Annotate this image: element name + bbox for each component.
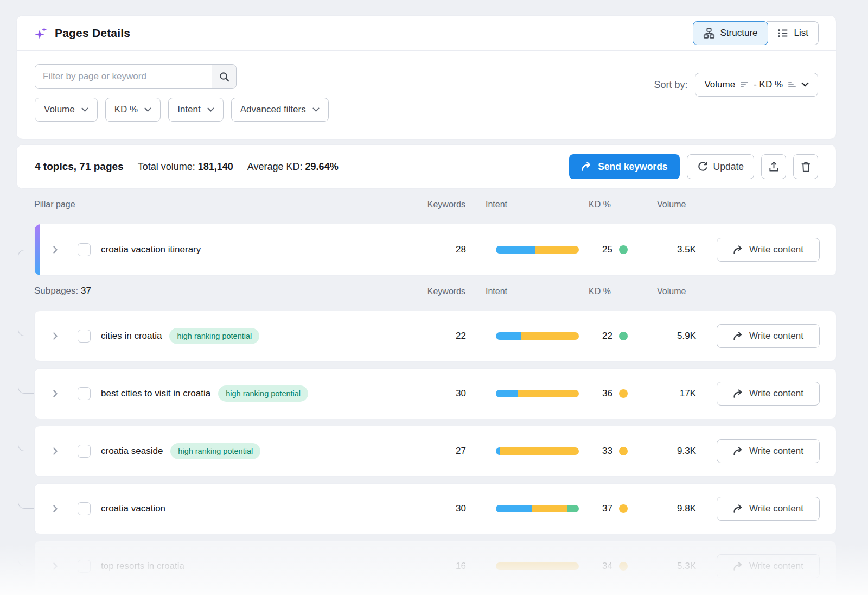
- sort-ascending-icon: [788, 81, 796, 88]
- volume-column-header: Volume: [657, 200, 686, 210]
- tree-connector: [18, 379, 34, 394]
- keywords-count: 30: [420, 388, 466, 399]
- kd-value: 36: [575, 388, 612, 399]
- summary-card: 4 topics, 71 pages Total volume: 181,140…: [16, 144, 837, 189]
- export-button[interactable]: [761, 154, 786, 179]
- subpage-row[interactable]: croatia seaside high ranking potential 2…: [34, 426, 837, 477]
- chevron-down-icon: [312, 107, 320, 112]
- subpage-row[interactable]: best cities to visit in croatia high ran…: [34, 368, 837, 419]
- intent-filter-dropdown[interactable]: Intent: [168, 98, 224, 122]
- tree-connector: [18, 322, 34, 336]
- chevron-down-icon: [801, 82, 809, 87]
- sort-group: Sort by: Volume - KD %: [654, 73, 818, 97]
- kd-filter-dropdown[interactable]: KD %: [105, 98, 161, 122]
- search-group: [35, 64, 237, 89]
- tree-connector: [18, 256, 19, 560]
- row-checkbox[interactable]: [78, 502, 91, 515]
- write-content-button[interactable]: Write content: [717, 324, 820, 348]
- page-title: Pages Details: [55, 27, 130, 40]
- structure-label: Structure: [720, 28, 758, 39]
- row-checkbox[interactable]: [78, 243, 91, 256]
- kd-column-header: KD %: [589, 200, 611, 210]
- chevron-down-icon: [207, 107, 214, 112]
- send-arrow-icon: [733, 389, 743, 398]
- row-checkbox[interactable]: [78, 387, 91, 400]
- write-content-label: Write content: [749, 503, 803, 514]
- expand-chevron-icon[interactable]: [51, 504, 60, 513]
- write-content-button[interactable]: Write content: [717, 497, 820, 521]
- subpages-count-value: 37: [81, 286, 91, 296]
- subpage-title: top resorts in croatia: [101, 561, 184, 572]
- write-content-label: Write content: [749, 446, 803, 457]
- sort-by-label: Sort by:: [654, 79, 687, 91]
- write-content-button[interactable]: Write content: [717, 554, 820, 578]
- send-arrow-icon: [733, 332, 743, 341]
- kd-status-dot: [619, 562, 628, 571]
- high-ranking-badge: high ranking potential: [170, 443, 260, 459]
- update-button[interactable]: Update: [687, 154, 754, 179]
- pages-details-screen: Pages Details Structure: [0, 0, 868, 595]
- volume-filter-dropdown[interactable]: Volume: [35, 98, 98, 122]
- delete-button[interactable]: [793, 154, 818, 179]
- expand-chevron-icon[interactable]: [51, 389, 60, 398]
- subpages-label-text: Subpages:: [34, 286, 78, 296]
- high-ranking-badge: high ranking potential: [169, 328, 259, 344]
- row-checkbox[interactable]: [78, 330, 91, 343]
- kd-column-header: KD %: [589, 287, 611, 296]
- volume-filter-label: Volume: [44, 104, 75, 115]
- tree-connector: [18, 250, 34, 266]
- filter-area: Volume KD % Intent: [17, 51, 836, 122]
- pillar-page-row[interactable]: croatia vacation itinerary 28 25 3.5K Wr…: [34, 224, 837, 276]
- send-keywords-label: Send keywords: [598, 161, 667, 173]
- kd-value: 22: [575, 331, 612, 341]
- write-content-button[interactable]: Write content: [717, 439, 820, 463]
- subpage-row[interactable]: cities in croatia high ranking potential…: [34, 311, 837, 362]
- search-button[interactable]: [212, 65, 236, 88]
- kd-value: 33: [575, 446, 612, 457]
- list-view-button[interactable]: List: [767, 21, 819, 45]
- chevron-down-icon: [81, 107, 88, 112]
- subpage-row[interactable]: croatia vacation 30 37 9.8K Write conten…: [34, 483, 837, 534]
- subpage-row[interactable]: top resorts in croatia 16 34 5.3K Write …: [34, 541, 837, 592]
- intent-bar: [496, 390, 579, 397]
- intent-column-header: Intent: [486, 200, 507, 210]
- sort-descending-icon: [740, 81, 749, 88]
- list-icon: [777, 27, 789, 39]
- write-content-label: Write content: [749, 331, 803, 341]
- expand-chevron-icon[interactable]: [51, 245, 60, 254]
- volume-value: 9.8K: [647, 503, 696, 514]
- tree-connector: [18, 552, 34, 566]
- pillar-page-title: croatia vacation itinerary: [101, 244, 201, 255]
- sparkles-icon: [34, 26, 49, 41]
- write-content-label: Write content: [749, 388, 803, 399]
- kd-status-dot: [619, 245, 628, 254]
- expand-chevron-icon[interactable]: [51, 332, 60, 340]
- write-content-button[interactable]: Write content: [717, 382, 820, 406]
- row-checkbox[interactable]: [78, 445, 91, 458]
- write-content-button[interactable]: Write content: [717, 238, 820, 262]
- keywords-column-header: Keywords: [412, 287, 465, 296]
- structure-view-button[interactable]: Structure: [693, 21, 768, 45]
- kd-value: 34: [575, 561, 612, 572]
- volume-value: 3.5K: [647, 244, 696, 255]
- expand-chevron-icon[interactable]: [51, 447, 60, 455]
- kd-status-dot: [619, 447, 628, 455]
- intent-bar: [496, 505, 579, 512]
- topics-pages-count: 4 topics, 71 pages: [35, 161, 124, 173]
- volume-column-header: Volume: [657, 287, 686, 296]
- intent-filter-label: Intent: [177, 104, 201, 115]
- advanced-filters-dropdown[interactable]: Advanced filters: [231, 98, 329, 122]
- expand-chevron-icon[interactable]: [51, 562, 60, 571]
- sort-dropdown[interactable]: Volume - KD %: [695, 73, 818, 97]
- search-input[interactable]: [35, 65, 212, 88]
- send-arrow-icon: [581, 162, 592, 172]
- intent-bar: [496, 562, 579, 570]
- row-checkbox[interactable]: [78, 560, 91, 573]
- header-left: Pages Details: [34, 26, 130, 41]
- average-kd: Average KD: 29.64%: [247, 161, 339, 173]
- kd-status-dot: [619, 332, 628, 340]
- filter-dropdowns: Volume KD % Intent: [35, 98, 818, 122]
- trash-icon: [800, 161, 812, 173]
- send-keywords-button[interactable]: Send keywords: [569, 154, 679, 179]
- search-icon: [219, 71, 230, 83]
